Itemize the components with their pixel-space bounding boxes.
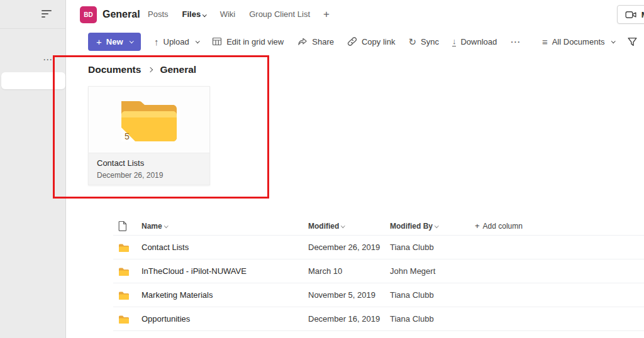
upload-icon: ↑ (154, 37, 159, 46)
channel-title: General (103, 0, 140, 29)
new-button-label: New (106, 37, 123, 46)
document-list: Name Modified Modified By +Add column Co… (113, 217, 644, 331)
folder-icon: 5 (118, 96, 180, 144)
view-selector-button[interactable]: ≡ All Documents (542, 36, 614, 47)
sidebar-header (0, 0, 65, 29)
selected-channel-item[interactable] (1, 72, 65, 89)
meet-button[interactable]: Mee (617, 5, 644, 24)
chevron-down-icon (164, 224, 168, 227)
tile-folder-date: December 26, 2019 (97, 171, 201, 180)
chevron-down-icon (611, 39, 615, 43)
download-button[interactable]: ↓ Download (452, 37, 497, 46)
view-selector-label: All Documents (552, 37, 605, 46)
row-name: Contact Lists (142, 243, 308, 252)
download-icon: ↓ (452, 37, 457, 46)
breadcrumb-documents[interactable]: Documents (88, 64, 141, 75)
chevron-down-icon (435, 224, 438, 227)
upload-button[interactable]: ↑ Upload (154, 37, 199, 46)
tab-wiki[interactable]: Wiki (213, 0, 243, 29)
row-modified: November 5, 2019 (308, 290, 390, 300)
chevron-right-icon (148, 67, 153, 72)
camera-icon (625, 9, 637, 21)
column-header-modified-by-label: Modified By (390, 222, 433, 231)
folder-icon (113, 315, 142, 324)
tile-icon-area: 5 (89, 87, 209, 153)
chevron-down-icon (341, 224, 345, 227)
table-row[interactable]: Marketing Materials November 5, 2019 Tia… (113, 283, 644, 307)
folder-item-count: 5 (125, 131, 130, 141)
sync-button[interactable]: ↻ Sync (408, 37, 438, 46)
command-bar: + New ↑ Upload Edit in grid view Share C… (67, 29, 644, 54)
row-modified-by: John Megert (390, 266, 475, 276)
tile-caption: Contact Lists December 26, 2019 (89, 153, 209, 185)
row-modified: March 10 (308, 266, 390, 276)
folder-icon (113, 243, 142, 252)
grid-icon (212, 36, 222, 46)
upload-label: Upload (164, 37, 189, 46)
share-icon (297, 36, 308, 47)
copy-link-label: Copy link (362, 37, 395, 46)
filter-funnel-icon[interactable] (627, 36, 638, 47)
filter-icon[interactable] (42, 10, 52, 18)
team-avatar: BD (80, 6, 97, 23)
sync-label: Sync (421, 37, 439, 46)
folder-icon (113, 291, 142, 300)
document-type-icon (113, 221, 142, 231)
row-modified-by: Tiana Clubb (390, 243, 475, 252)
row-name: Marketing Materials (142, 290, 308, 300)
add-column-label: Add column (483, 222, 523, 231)
chevron-down-icon (130, 39, 133, 43)
list-view-icon: ≡ (542, 36, 548, 47)
link-icon (347, 36, 357, 46)
more-commands-button[interactable]: ⋯ (510, 36, 521, 48)
tab-group-client-list[interactable]: Group Client List (242, 0, 317, 29)
column-header-modified-by[interactable]: Modified By (390, 222, 475, 231)
channel-header: BD General Posts Files Wiki Group Client… (67, 0, 644, 29)
toolbar-right: ≡ All Documents (542, 36, 644, 47)
edit-grid-view-label: Edit in grid view (226, 37, 284, 46)
column-header-modified-label: Modified (308, 222, 339, 231)
column-header-modified[interactable]: Modified (308, 222, 390, 231)
tile-folder-name: Contact Lists (97, 158, 201, 168)
row-modified: December 26, 2019 (308, 243, 390, 252)
share-label: Share (312, 37, 334, 46)
column-header-name[interactable]: Name (142, 222, 308, 231)
row-modified: December 16, 2019 (308, 314, 390, 324)
channel-sidebar: ⋯ (0, 0, 66, 338)
chevron-down-icon (203, 13, 206, 16)
tab-posts[interactable]: Posts (141, 0, 175, 29)
table-row[interactable]: Contact Lists December 26, 2019 Tiana Cl… (113, 236, 644, 259)
plus-icon: + (475, 221, 480, 231)
edit-grid-view-button[interactable]: Edit in grid view (212, 36, 284, 46)
breadcrumb-current: General (160, 64, 196, 75)
row-modified-by: Tiana Clubb (390, 314, 475, 324)
sync-icon: ↻ (408, 37, 416, 46)
row-name: Opportunities (142, 314, 308, 324)
meet-button-label: Mee (641, 10, 644, 19)
row-name: InTheCloud - iPilot-NUWAVE (142, 266, 308, 276)
tab-files-label: Files (182, 9, 201, 19)
download-label: Download (460, 37, 497, 46)
add-column-button[interactable]: +Add column (475, 221, 523, 231)
copy-link-button[interactable]: Copy link (347, 36, 395, 46)
tab-bar: Posts Files Wiki Group Client List + (141, 0, 336, 29)
table-row[interactable]: Opportunities December 16, 2019 Tiana Cl… (113, 307, 644, 331)
add-tab-button[interactable]: + (317, 8, 336, 21)
row-modified-by: Tiana Clubb (390, 290, 475, 300)
new-button[interactable]: + New (88, 33, 141, 51)
more-options-icon[interactable]: ⋯ (43, 54, 53, 65)
folder-icon (113, 267, 142, 276)
folder-tile-contact-lists[interactable]: 5 Contact Lists December 26, 2019 (88, 86, 210, 185)
chevron-down-icon (196, 39, 199, 43)
table-row[interactable]: InTheCloud - iPilot-NUWAVE March 10 John… (113, 259, 644, 283)
breadcrumb: Documents General (88, 64, 196, 75)
teams-files-page: ⋯ BD General Posts Files Wiki Group Clie… (0, 0, 644, 338)
column-header-name-label: Name (142, 222, 162, 231)
share-button[interactable]: Share (297, 36, 334, 47)
tab-files[interactable]: Files (175, 0, 213, 29)
list-header-row: Name Modified Modified By +Add column (113, 217, 644, 236)
plus-icon: + (96, 36, 102, 47)
